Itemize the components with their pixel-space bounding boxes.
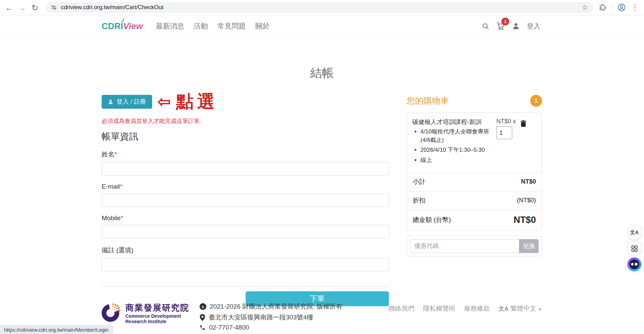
language-selector[interactable]: 文A 繁體中文 ▲ (499, 304, 542, 313)
translate-widget-icon[interactable]: 文A (627, 226, 641, 239)
apps-grid-widget-icon[interactable] (627, 242, 641, 255)
phone-icon (200, 325, 206, 331)
total-label: 總金額 (台幣) (413, 215, 451, 224)
email-label: E-mail* (102, 183, 389, 190)
user-icon (108, 99, 113, 105)
page-title: 結帳 (0, 65, 644, 81)
mobile-field-group: Mobile* (102, 214, 389, 238)
copyright-icon: c (200, 303, 206, 310)
footer-org-en-line2: Research Institute (125, 319, 189, 324)
remark-field-group: 備註 (選填) (102, 246, 389, 271)
chrome-actions: ⋮ (596, 3, 641, 12)
required-star: * (120, 183, 122, 190)
logo-check-icon: ✓ (120, 17, 126, 25)
billing-heading: 帳單資訊 (102, 130, 389, 143)
menu-icon[interactable]: ⋮ (631, 3, 639, 12)
mobile-input[interactable] (102, 225, 389, 238)
header-login-link[interactable]: 登入 (527, 22, 540, 31)
annotation-text: 點選 (176, 90, 218, 113)
discount-value: (NT$0) (517, 197, 536, 204)
header-actions: 1 登入 (482, 22, 540, 31)
email-input[interactable] (102, 193, 389, 207)
footer-links: 聯絡我們 隱私權聲明 服務條款 文A 繁體中文 ▲ (389, 301, 542, 313)
status-bar-link: https://cdriview.cdri.org.tw/main/Member… (0, 325, 113, 334)
address-text: 臺北市大安區復興南路一段303號4樓 (209, 313, 313, 322)
form-divider (102, 286, 389, 287)
cart-item-info: 碳健檢人才培訓課程-新訓 4/10報稅代理人全聯會專班(4/6截止) 2026/… (412, 118, 496, 166)
ai-face-icon (629, 259, 639, 269)
quantity-input[interactable] (496, 126, 512, 139)
coupon-input[interactable] (410, 239, 519, 253)
remark-input[interactable] (102, 258, 389, 271)
email-label-text: E-mail (102, 183, 120, 190)
discount-row: 折扣 (NT$0) (407, 191, 542, 210)
extensions-icon[interactable] (599, 4, 606, 11)
cart-item-name: 碳健檢人才培訓課程-新訓 (412, 118, 496, 126)
site-header: CDRIView ✓ 最新消息 活動 常見問題 關於 1 登入 (0, 15, 644, 37)
user-icon[interactable] (512, 22, 520, 30)
translate-icon: 文A (499, 305, 508, 313)
required-star: * (121, 214, 123, 222)
name-field-group: 姓名* (102, 150, 389, 175)
redeem-coupon-button[interactable]: 兌換 (519, 239, 539, 253)
caret-up-icon: ▲ (538, 307, 542, 311)
footer-link-terms[interactable]: 服務條款 (464, 304, 490, 313)
trash-icon[interactable] (520, 118, 527, 127)
mobile-label: Mobile* (102, 214, 389, 222)
footer-org-en-line1: Commerce Development (125, 313, 189, 319)
toolbar-divider (612, 4, 612, 11)
total-row: 總金額 (台幣) NT$0 (407, 210, 542, 230)
member-notice: 必須成為會員並登入才能完成這筆訂單. (102, 117, 389, 125)
url-text[interactable]: cdriview.cdri.org.tw/main/Cart/CheckOut (61, 4, 578, 11)
item-price-label: NT$0 x (496, 118, 516, 125)
login-register-button[interactable]: 登入 / 註冊 (102, 95, 152, 109)
cart-card: 碳健檢人才培訓課程-新訓 4/10報稅代理人全聯會專班(4/6截止) 2026/… (407, 112, 542, 230)
subtotal-row: 小計 NT$0 (407, 172, 542, 191)
cart-badge: 1 (501, 18, 509, 25)
ai-assistant-widget-icon[interactable] (627, 257, 641, 271)
footer-contact: c 2021-2026 財團法人商業發展研究院. 版權所有 臺北市大安區復興南路… (200, 301, 342, 333)
site-logo[interactable]: CDRIView ✓ (102, 21, 143, 32)
cart-item-detail: 2026/4/10 下午1:30–5:30 (420, 146, 496, 154)
cart-section: 您的購物車 1 碳健檢人才培訓課程-新訓 4/10報稅代理人全聯會專班(4/6截… (407, 95, 542, 256)
cart-item-purchase: NT$0 x (496, 118, 536, 166)
login-row: 登入 / 註冊 ⇦ 點選 (102, 92, 389, 111)
cart-item-detail: 4/10報稅代理人全聯會專班(4/6截止) (420, 128, 496, 144)
footer-link-contact[interactable]: 聯絡我們 (389, 304, 414, 313)
browser-toolbar: ← → ↻ cdriview.cdri.org.tw/main/Cart/Che… (0, 0, 644, 15)
reload-icon[interactable]: ↻ (28, 0, 41, 15)
email-field-group: E-mail* (102, 183, 389, 207)
nav-item-faq[interactable]: 常見問題 (217, 21, 246, 31)
required-star: * (115, 151, 117, 158)
discount-label: 折扣 (413, 196, 425, 205)
search-icon[interactable] (482, 22, 490, 30)
location-pin-icon (200, 314, 205, 321)
cart-item-row: 碳健檢人才培訓課程-新訓 4/10報稅代理人全聯會專班(4/6截止) 2026/… (407, 113, 542, 172)
profile-avatar-icon[interactable] (618, 3, 626, 12)
cart-header: 您的購物車 1 (407, 95, 542, 107)
copyright-text: 2021-2026 財團法人商業發展研究院. 版權所有 (210, 302, 342, 311)
name-input[interactable] (102, 162, 389, 175)
footer-logo: 商業發展研究院 Commerce Development Research In… (102, 301, 189, 324)
logo-cdri-text: CDRI (102, 21, 123, 31)
remark-label: 備註 (選填) (102, 246, 389, 255)
cart-item-details: 4/10報稅代理人全聯會專班(4/6截止) 2026/4/10 下午1:30–5… (412, 128, 496, 165)
login-register-label: 登入 / 註冊 (117, 98, 146, 106)
name-label: 姓名* (102, 150, 389, 159)
nav-item-events[interactable]: 活動 (194, 21, 208, 31)
cart-icon[interactable]: 1 (496, 22, 505, 30)
copyright-row: c 2021-2026 財團法人商業發展研究院. 版權所有 (200, 302, 342, 311)
billing-section: 登入 / 註冊 ⇦ 點選 必須成為會員並登入才能完成這筆訂單. 帳單資訊 姓名*… (102, 92, 389, 306)
site-info-icon[interactable] (51, 4, 57, 11)
forward-icon[interactable]: → (16, 0, 28, 15)
address-row: 臺北市大安區復興南路一段303號4樓 (200, 313, 342, 322)
back-icon[interactable]: ← (3, 0, 16, 15)
main-nav: 最新消息 活動 常見問題 關於 (156, 21, 270, 31)
nav-item-news[interactable]: 最新消息 (156, 21, 184, 31)
nav-item-about[interactable]: 關於 (255, 21, 270, 31)
url-bar[interactable]: cdriview.cdri.org.tw/main/Cart/CheckOut … (46, 2, 593, 13)
footer-link-privacy[interactable]: 隱私權聲明 (423, 304, 455, 313)
cart-count-badge: 1 (530, 95, 542, 107)
mobile-label-text: Mobile (102, 214, 121, 222)
bookmark-star-icon[interactable]: ☆ (582, 3, 588, 12)
